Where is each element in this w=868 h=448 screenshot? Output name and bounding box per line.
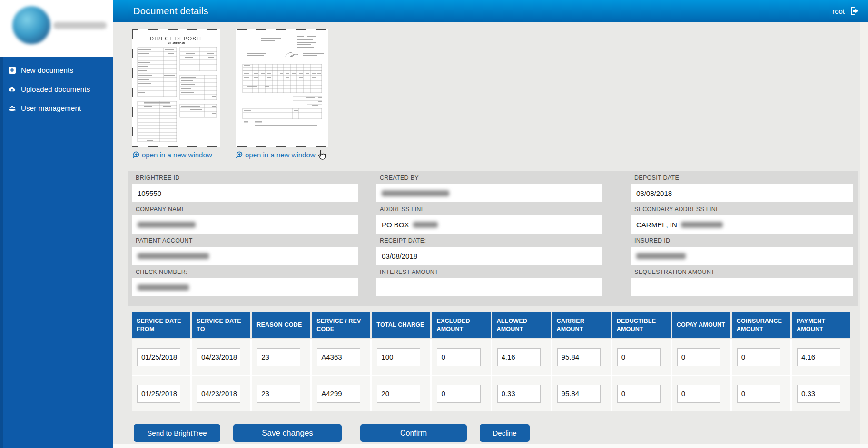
doc-subtitle-text: ALL AMERICAN xyxy=(168,42,185,45)
field-check-number: CHECK NUMBER: xyxy=(132,265,358,297)
sidebar-item-new-documents[interactable]: New documents xyxy=(0,60,113,79)
field-label: INSURED ID xyxy=(634,237,853,244)
cell-input[interactable] xyxy=(617,348,661,366)
table-cell xyxy=(132,376,190,411)
table-cell xyxy=(192,339,250,375)
cell-input[interactable] xyxy=(197,385,240,403)
field-label: COMPANY NAME xyxy=(136,206,358,213)
cell-input[interactable] xyxy=(377,385,420,403)
table-cell xyxy=(312,376,370,411)
field-label: INTEREST AMOUNT xyxy=(380,269,602,275)
cell-input[interactable] xyxy=(317,348,360,366)
insured-id-input[interactable] xyxy=(631,247,853,265)
plus-square-icon xyxy=(8,66,16,74)
column-header: SERVICE DATE FROM xyxy=(132,312,190,338)
cell-input[interactable] xyxy=(797,348,840,366)
cloud-upload-icon xyxy=(8,85,16,93)
interest-amount-input[interactable] xyxy=(376,278,602,296)
table-cell xyxy=(672,339,730,375)
table-cell xyxy=(252,376,310,411)
open-in-new-window-link-1[interactable]: open in a new window xyxy=(132,151,212,159)
cell-input[interactable] xyxy=(317,385,360,403)
document-thumbnail-2[interactable] xyxy=(236,29,328,147)
company-name-input[interactable] xyxy=(132,215,358,234)
cell-input[interactable] xyxy=(797,385,840,403)
cell-input[interactable] xyxy=(737,348,780,366)
table-cell xyxy=(732,339,790,375)
cell-input[interactable] xyxy=(257,385,300,403)
address-line-input[interactable]: PO BOX xyxy=(376,215,602,234)
cell-input[interactable] xyxy=(197,348,240,366)
save-changes-button[interactable]: Save changes xyxy=(233,424,342,442)
document-preview-eob xyxy=(236,30,328,146)
table-cell xyxy=(672,376,730,411)
send-to-brighttree-button[interactable]: Send to BrightTree xyxy=(134,424,220,442)
form-column-1: BRIGHTREE ID COMPANY NAME PATIENT ACCOUN… xyxy=(132,171,358,297)
check-number-input[interactable] xyxy=(132,278,358,296)
field-brightree-id: BRIGHTREE ID xyxy=(132,171,358,203)
app: New documents Uploaded documents xyxy=(0,0,868,448)
field-label: BRIGHTREE ID xyxy=(136,175,358,181)
cell-input[interactable] xyxy=(677,348,720,366)
table-cell xyxy=(552,339,611,375)
column-header: PAYMENT AMOUNT xyxy=(792,312,850,338)
table-cell xyxy=(792,376,850,411)
redacted-value xyxy=(138,284,189,291)
cell-input[interactable] xyxy=(137,348,180,366)
open-in-new-window-link-2[interactable]: open in a new window xyxy=(236,151,316,159)
cell-input[interactable] xyxy=(497,348,541,366)
table-cell xyxy=(612,376,671,411)
column-header: DEDUCTIBLE AMOUNT xyxy=(612,312,671,338)
cell-input[interactable] xyxy=(557,348,601,366)
decline-button[interactable]: Decline xyxy=(480,424,530,442)
document-thumbnail-1[interactable]: DIRECT DEPOSIT ALL AMERICAN xyxy=(132,29,220,147)
document-preview-direct-deposit: DIRECT DEPOSIT ALL AMERICAN xyxy=(133,30,220,146)
column-header: SERVICE DATE TO xyxy=(192,312,250,338)
sidebar-item-label: Uploaded documents xyxy=(21,85,90,93)
field-value: CARMEL, IN xyxy=(636,221,677,229)
field-receipt-date: RECEIPT DATE: xyxy=(376,234,602,265)
open-link-label: open in a new window xyxy=(142,151,212,159)
created-by-input[interactable] xyxy=(376,184,602,202)
cell-input[interactable] xyxy=(437,385,480,403)
secondary-address-line-input[interactable]: CARMEL, IN xyxy=(631,215,853,234)
column-header: ALLOWED AMOUNT xyxy=(492,312,551,338)
mouse-cursor-pointer xyxy=(315,149,327,161)
field-label: ADDRESS LINE xyxy=(380,206,602,213)
brightree-id-input[interactable] xyxy=(132,184,358,202)
column-header: COINSURANCE AMOUNT xyxy=(732,312,790,338)
cell-input[interactable] xyxy=(677,385,720,403)
table-cell xyxy=(432,376,490,411)
redacted-value xyxy=(382,190,449,196)
cell-input[interactable] xyxy=(377,348,420,366)
table-cell xyxy=(372,376,430,411)
action-bar: Send to BrightTree Save changes Confirm … xyxy=(113,424,868,442)
sidebar-item-uploaded-documents[interactable]: Uploaded documents xyxy=(0,79,113,98)
sequestration-amount-input[interactable] xyxy=(631,278,853,296)
field-label: PATIENT ACCOUNT xyxy=(136,237,358,244)
document-form-panel: BRIGHTREE ID COMPANY NAME PATIENT ACCOUN… xyxy=(128,171,858,306)
cell-input[interactable] xyxy=(137,385,180,403)
cell-input[interactable] xyxy=(737,385,780,403)
cell-input[interactable] xyxy=(497,385,541,403)
column-header: REASON CODE xyxy=(252,312,310,338)
table-cell xyxy=(612,339,671,375)
column-header: TOTAL CHARGE xyxy=(372,312,430,338)
table-cell xyxy=(312,339,370,375)
sidebar-item-label: User management xyxy=(21,104,81,112)
redacted-value xyxy=(636,253,686,259)
cell-input[interactable] xyxy=(257,348,300,366)
deposit-date-input[interactable] xyxy=(631,184,853,202)
cell-input[interactable] xyxy=(617,385,661,403)
receipt-date-input[interactable] xyxy=(376,247,602,265)
logout-icon[interactable] xyxy=(849,6,859,16)
cell-input[interactable] xyxy=(557,385,601,403)
sidebar-item-user-management[interactable]: User management xyxy=(0,98,113,117)
field-value: PO BOX xyxy=(382,221,409,229)
confirm-button[interactable]: Confirm xyxy=(360,424,467,442)
patient-account-input[interactable] xyxy=(132,247,358,265)
cell-input[interactable] xyxy=(437,348,480,366)
brand-name-redacted xyxy=(53,22,107,29)
redacted-value xyxy=(413,222,438,228)
field-interest-amount: INTEREST AMOUNT xyxy=(376,265,602,297)
